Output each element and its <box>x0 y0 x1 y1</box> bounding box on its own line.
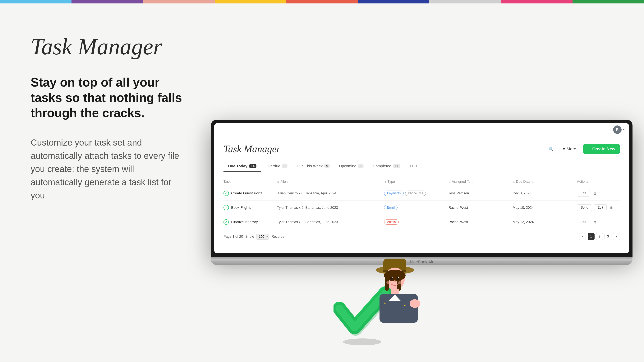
color-segment-6 <box>358 0 429 3</box>
col-assigned: ⇅ Assigned To ↓ <box>448 180 513 184</box>
show-select[interactable]: 100 50 25 <box>256 234 269 240</box>
search-button[interactable]: 🔍 <box>546 144 556 154</box>
tab-upcoming[interactable]: Upcoming 1 <box>334 161 368 172</box>
sort-icon-type: ⇅ <box>384 180 386 183</box>
date-cell-2: May 10, 2024 <box>513 206 577 210</box>
tab-tbd[interactable]: TBD <box>405 161 422 172</box>
svg-rect-14 <box>391 289 399 295</box>
left-panel: Task Manager Stay on top of all your tas… <box>0 3 211 362</box>
app-title: Task Manager <box>31 34 188 59</box>
col-file: ⇅ File ↓ <box>277 180 384 184</box>
sort-icon-date: ⇅ <box>513 180 515 183</box>
color-segment-3 <box>143 0 215 3</box>
laptop-mockup: R ▾ Task Manager <box>211 120 632 265</box>
task-check-3[interactable]: ✓ <box>224 219 229 225</box>
send-button-2[interactable]: Send <box>577 204 592 211</box>
more-chevron-icon: ▾ <box>563 146 565 151</box>
top-color-bar <box>0 0 644 3</box>
file-cell-2: Tyler Thomas x 9, Bahamas, June 2023 <box>277 206 384 210</box>
type-cell-1: Payments Phone Call <box>384 191 448 196</box>
tabs-bar: Due Today 14 Overdue 9 Due This Week 9 <box>224 161 620 172</box>
assigned-cell-1: Jess Pattison <box>448 191 513 195</box>
page-text: Page 1 of 20 <box>224 235 243 239</box>
tab-due-this-week[interactable]: Due This Week 9 <box>292 161 334 172</box>
svg-point-10 <box>398 277 399 278</box>
color-segment-2 <box>72 0 143 3</box>
sort-down-icon-date: ↓ <box>532 180 533 183</box>
edit-button-3[interactable]: Edit <box>577 219 590 225</box>
task-manager-panel: Task Manager 🔍 ▾ More <box>214 136 629 251</box>
page-2-button[interactable]: 2 <box>596 233 603 240</box>
pagination-info: Page 1 of 20 Show 100 50 25 Records <box>224 234 284 240</box>
badge-email-2: Email <box>384 205 398 210</box>
page-1-button[interactable]: 1 <box>588 233 594 240</box>
description: Customize your task set and automaticall… <box>31 136 188 202</box>
date-cell-1: Dec 8, 2023 <box>513 191 577 195</box>
pagination-pages: ‹ 1 2 3 › <box>579 233 620 240</box>
task-check-1[interactable]: ✓ <box>224 191 229 196</box>
svg-text:✦: ✦ <box>383 301 386 305</box>
edit-button-1[interactable]: Edit <box>577 190 590 197</box>
toolbar-actions: 🔍 ▾ More + Create New <box>546 144 620 154</box>
table-header: Task ⇅ File ↓ ⇅ Type <box>224 177 620 186</box>
badge-admin-3: Admin <box>384 219 398 225</box>
tab-due-today[interactable]: Due Today 14 <box>224 161 261 172</box>
show-label: Show <box>245 235 254 239</box>
svg-point-12 <box>386 281 392 284</box>
svg-point-7 <box>390 277 393 280</box>
svg-point-8 <box>397 277 400 280</box>
task-manager-header: Task Manager 🔍 ▾ More <box>224 143 620 155</box>
color-segment-4 <box>215 0 286 3</box>
color-segment-5 <box>286 0 358 3</box>
cowgirl-character: ✦ ✦ <box>364 247 426 328</box>
svg-point-9 <box>392 277 393 278</box>
delete-icon-2[interactable]: 🗑 <box>608 205 615 211</box>
svg-rect-18 <box>413 299 416 304</box>
delete-icon-1[interactable]: 🗑 <box>592 190 598 196</box>
table-row: ✓ Finalize Itinerary Tyler Thomas x 9, B… <box>224 215 620 229</box>
edit-button-2[interactable]: Edit <box>594 204 606 211</box>
sort-down-icon-assigned: ↓ <box>472 180 473 183</box>
col-due-date: ⇅ Due Date ↓ <box>513 180 577 184</box>
tab-completed[interactable]: Completed 14 <box>368 161 405 172</box>
actions-cell-3: Edit 🗑 <box>577 219 620 225</box>
app-top-bar: R ▾ <box>214 123 629 136</box>
col-actions: Actions <box>577 180 620 184</box>
tasks-table: Task ⇅ File ↓ ⇅ Type <box>224 177 620 229</box>
page-3-button[interactable]: 3 <box>604 233 612 240</box>
task-check-2[interactable]: ✓ <box>224 205 229 210</box>
task-label-3: Finalize Itinerary <box>231 220 258 224</box>
task-manager-title: Task Manager <box>224 143 280 155</box>
svg-rect-15 <box>380 294 418 323</box>
svg-text:✦: ✦ <box>404 304 406 307</box>
date-cell-3: May 12, 2024 <box>513 220 577 224</box>
page-prev-button[interactable]: ‹ <box>579 233 586 240</box>
user-chevron-icon: ▾ <box>623 128 624 131</box>
search-icon: 🔍 <box>548 146 554 151</box>
user-avatar[interactable]: R <box>613 125 622 134</box>
file-cell-3: Tyler Thomas x 9, Bahamas, June 2023 <box>277 220 384 224</box>
delete-icon-3[interactable]: 🗑 <box>592 219 598 225</box>
sort-icon: ⇅ <box>277 180 279 183</box>
color-segment-9 <box>572 0 644 3</box>
badge-phone-1: Phone Call <box>405 191 426 196</box>
badge-payments-1: Payments <box>384 191 404 196</box>
type-cell-3: Admin <box>384 219 448 225</box>
col-type: ⇅ Type <box>384 180 448 184</box>
color-segment-7 <box>429 0 501 3</box>
page-next-button[interactable]: › <box>613 233 620 240</box>
records-label: Records <box>272 235 284 239</box>
pagination: Page 1 of 20 Show 100 50 25 Records <box>224 229 620 244</box>
more-button[interactable]: ▾ More <box>559 144 580 154</box>
user-area[interactable]: R ▾ <box>613 125 624 134</box>
sort-down-icon: ↓ <box>287 180 288 183</box>
col-task: Task <box>224 180 277 184</box>
app-ui: R ▾ Task Manager <box>214 123 629 253</box>
svg-point-21 <box>343 339 382 345</box>
laptop-screen-outer: R ▾ Task Manager <box>211 120 632 257</box>
table-row: ✓ Create Guest Portal Jillian Cancro x 6… <box>224 186 620 201</box>
create-new-button[interactable]: + Create New <box>583 144 620 154</box>
tab-overdue[interactable]: Overdue 9 <box>261 161 292 172</box>
task-name-cell: ✓ Finalize Itinerary <box>224 219 277 225</box>
actions-cell-1: Edit 🗑 <box>577 190 620 197</box>
